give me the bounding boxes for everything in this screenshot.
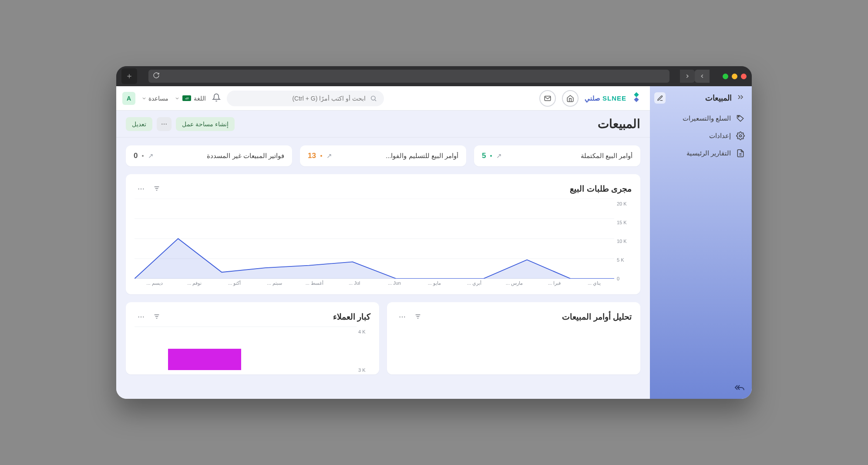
svg-line-8 [375,100,376,101]
logo-icon [629,91,644,106]
language-label: اللغة [194,95,206,102]
sidebar: المبيعات السلع والتسعيرات إعدادات التقار… [650,86,752,399]
top-customers-card: كبار العملاء ⋯ 4 K3 K [126,302,379,374]
device-frame: المبيعات السلع والتسعيرات إعدادات التقار… [116,66,752,399]
new-tab-button[interactable] [121,68,137,84]
sidebar-item-label: السلع والتسعيرات [683,115,731,122]
search-icon [370,95,377,102]
dot-icon [490,155,492,157]
report-icon [736,149,745,158]
app-shell: المبيعات السلع والتسعيرات إعدادات التقار… [116,86,752,399]
logo-text: SLNEE صلني [585,94,626,102]
stat-value: 13 [308,152,316,160]
browser-forward-button[interactable] [680,70,695,83]
y-axis: 4 K3 K [358,327,370,370]
gear-icon [736,131,745,140]
stats-row: أوامر البيع المكتملة ↗ 5 أوامر البيع للت… [126,145,640,166]
sidebar-item-products-pricing[interactable]: السلع والتسعيرات [654,114,745,123]
sidebar-item-main-reports[interactable]: التقارير الرئيسية [654,149,745,158]
line-chart: 20 K15 K10 K5 K0 يناي ...فبرا ...مارس ..… [135,199,632,290]
sidebar-item-settings[interactable]: إعدادات [654,131,745,140]
x-axis: يناي ...فبرا ...مارس ...أبري ...مايو ...… [135,280,614,290]
edit-button[interactable]: تعديل [126,117,152,131]
minimize-window-icon[interactable] [732,74,737,79]
help-menu[interactable]: مساعدة [141,95,168,102]
filter-icon [153,185,160,192]
stat-orders-to-deliver[interactable]: أوامر البيع للتسليم والفوا... ↗ 13 [300,145,466,166]
card-menu-button[interactable]: ⋯ [135,310,148,323]
card-title: كبار العملاء [166,312,370,322]
stat-completed-orders[interactable]: أوامر البيع المكتملة ↗ 5 [474,145,640,166]
create-workspace-button[interactable]: إنشاء مساحة عمل [176,117,235,131]
svg-point-2 [738,116,740,118]
y-axis: 20 K15 K10 K5 K0 [617,199,632,279]
filter-button[interactable] [150,182,163,195]
reply-all-icon[interactable] [734,382,745,394]
tag-icon [736,114,745,123]
sidebar-item-label: التقارير الرئيسية [686,149,731,157]
sidebar-list: السلع والتسعيرات إعدادات التقارير الرئيس… [654,114,745,158]
card-title: مجرى طلبات البيع [166,184,632,194]
reload-icon[interactable] [153,72,160,81]
sidebar-edit-button[interactable] [654,92,666,104]
stat-value: 5 [482,152,486,160]
sidebar-item-label: إعدادات [709,132,731,140]
stat-value: 0 [134,152,138,160]
address-bar[interactable] [148,70,670,83]
card-menu-button[interactable]: ⋯ [396,310,409,323]
dot-icon [320,155,322,157]
dot-icon [142,155,144,157]
notifications-button[interactable] [212,93,221,104]
filter-icon [414,313,421,320]
home-button[interactable] [562,90,579,107]
page-title: المبيعات [235,117,640,131]
arrow-up-right-icon: ↗ [148,152,154,160]
flag-icon [182,95,191,101]
stat-title: أوامر البيع المكتملة [506,152,632,160]
traffic-lights [723,74,747,79]
app-bar: SLNEE صلني اللغة [116,86,650,111]
mail-icon [544,94,552,102]
nav-arrows [680,70,710,83]
help-label: مساعدة [148,95,168,102]
language-picker[interactable]: اللغة [175,95,206,102]
sales-order-analysis-card: تحليل أوامر المبيعات ⋯ [387,302,640,374]
chevron-down-icon [141,96,147,101]
maximize-window-icon[interactable] [723,74,728,79]
sidebar-collapse-icon[interactable] [736,93,745,103]
sidebar-title: المبيعات [670,93,732,103]
filter-button[interactable] [150,310,163,323]
stat-unpaid-invoices[interactable]: فواتير المبيعات غير المسددة ↗ 0 [126,145,292,166]
arrow-up-right-icon: ↗ [326,152,332,160]
avatar[interactable]: A [122,92,135,105]
arrow-up-right-icon: ↗ [496,152,502,160]
more-menu-button[interactable]: ⋯ [157,117,172,131]
secondary-row: تحليل أوامر المبيعات ⋯ كبار العملاء [126,302,640,374]
card-title: تحليل أوامر المبيعات [427,312,632,322]
card-menu-button[interactable]: ⋯ [135,182,148,195]
filter-icon [153,313,160,320]
svg-point-7 [371,96,375,100]
close-window-icon[interactable] [741,74,747,79]
chevron-down-icon [175,96,180,101]
logo[interactable]: SLNEE صلني [585,91,644,106]
stat-title: أوامر البيع للتسليم والفوا... [336,152,458,160]
bar-chart: 4 K3 K [135,327,370,370]
home-icon [566,94,574,102]
bar [168,349,241,371]
sales-funnel-card: مجرى طلبات البيع ⋯ 20 K15 K10 K5 K0 يناي… [126,174,640,294]
messages-button[interactable] [539,90,556,107]
svg-point-3 [740,135,742,137]
bell-icon [212,93,221,102]
stat-title: فواتير المبيعات غير المسددة [158,152,284,160]
global-search[interactable] [227,91,384,106]
content-area: أوامر البيع المكتملة ↗ 5 أوامر البيع للت… [116,138,650,399]
search-input[interactable] [234,95,366,102]
browser-back-button[interactable] [695,70,710,83]
browser-toolbar [116,66,752,86]
main-column: SLNEE صلني اللغة [116,86,650,399]
filter-button[interactable] [411,310,424,323]
page-header: المبيعات إنشاء مساحة عمل ⋯ تعديل [116,111,650,138]
